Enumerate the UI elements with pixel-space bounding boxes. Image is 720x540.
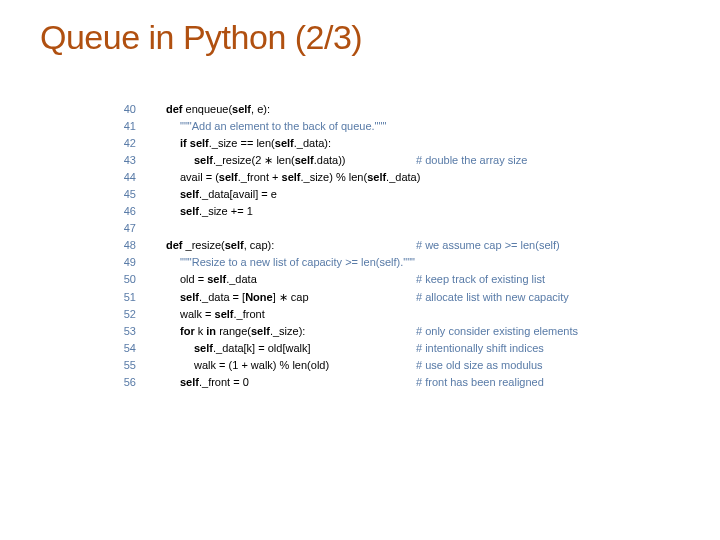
code-comment: # use old size as modulus bbox=[416, 357, 543, 374]
code-comment: # we assume cap >= len(self) bbox=[416, 237, 560, 254]
code-content: self._front = 0 bbox=[136, 374, 416, 391]
slide-container: Queue in Python (2/3) 40def enqueue(self… bbox=[0, 0, 720, 391]
code-block: 40def enqueue(self, e):41"""Add an eleme… bbox=[40, 101, 690, 391]
code-line: 45self._data[avail] = e bbox=[110, 186, 690, 203]
code-content: self._size += 1 bbox=[136, 203, 416, 220]
code-content: old = self._data bbox=[136, 271, 416, 288]
line-number: 44 bbox=[110, 169, 136, 186]
line-number: 47 bbox=[110, 220, 136, 237]
code-line: 44avail = (self._front + self._size) % l… bbox=[110, 169, 690, 186]
line-number: 56 bbox=[110, 374, 136, 391]
code-line: 56self._front = 0# front has been realig… bbox=[110, 374, 690, 391]
code-line: 43self._resize(2 ∗ len(self.data))# doub… bbox=[110, 152, 690, 169]
code-content: self._data = [None] ∗ cap bbox=[136, 289, 416, 306]
code-content: """Resize to a new list of capacity >= l… bbox=[136, 254, 416, 271]
code-line: 55walk = (1 + walk) % len(old)# use old … bbox=[110, 357, 690, 374]
code-content: self._data[avail] = e bbox=[136, 186, 416, 203]
line-number: 48 bbox=[110, 237, 136, 254]
code-line: 52walk = self._front bbox=[110, 306, 690, 323]
code-line: 41"""Add an element to the back of queue… bbox=[110, 118, 690, 135]
line-number: 51 bbox=[110, 289, 136, 306]
line-number: 46 bbox=[110, 203, 136, 220]
code-comment: # allocate list with new capacity bbox=[416, 289, 569, 306]
code-comment: # keep track of existing list bbox=[416, 271, 545, 288]
line-number: 41 bbox=[110, 118, 136, 135]
line-number: 54 bbox=[110, 340, 136, 357]
code-line: 53for k in range(self._size):# only cons… bbox=[110, 323, 690, 340]
code-comment: # double the array size bbox=[416, 152, 527, 169]
code-line: 42if self._size == len(self._data): bbox=[110, 135, 690, 152]
line-number: 49 bbox=[110, 254, 136, 271]
line-number: 40 bbox=[110, 101, 136, 118]
line-number: 50 bbox=[110, 271, 136, 288]
code-line: 46self._size += 1 bbox=[110, 203, 690, 220]
code-line: 47 bbox=[110, 220, 690, 237]
line-number: 55 bbox=[110, 357, 136, 374]
code-line: 40def enqueue(self, e): bbox=[110, 101, 690, 118]
line-number: 53 bbox=[110, 323, 136, 340]
code-comment: # intentionally shift indices bbox=[416, 340, 544, 357]
code-line: 50old = self._data# keep track of existi… bbox=[110, 271, 690, 288]
code-content: def _resize(self, cap): bbox=[136, 237, 416, 254]
code-line: 51self._data = [None] ∗ cap# allocate li… bbox=[110, 289, 690, 306]
code-content: if self._size == len(self._data): bbox=[136, 135, 416, 152]
code-content: self._data[k] = old[walk] bbox=[136, 340, 416, 357]
code-line: 54self._data[k] = old[walk]# intentional… bbox=[110, 340, 690, 357]
code-content: def enqueue(self, e): bbox=[136, 101, 416, 118]
code-content: """Add an element to the back of queue."… bbox=[136, 118, 416, 135]
code-content: self._resize(2 ∗ len(self.data)) bbox=[136, 152, 416, 169]
code-comment: # front has been realigned bbox=[416, 374, 544, 391]
line-number: 43 bbox=[110, 152, 136, 169]
code-content: walk = (1 + walk) % len(old) bbox=[136, 357, 416, 374]
code-comment: # only consider existing elements bbox=[416, 323, 578, 340]
slide-title: Queue in Python (2/3) bbox=[40, 18, 690, 57]
code-content: for k in range(self._size): bbox=[136, 323, 416, 340]
code-line: 49"""Resize to a new list of capacity >=… bbox=[110, 254, 690, 271]
line-number: 52 bbox=[110, 306, 136, 323]
code-content: avail = (self._front + self._size) % len… bbox=[136, 169, 416, 186]
code-line: 48def _resize(self, cap):# we assume cap… bbox=[110, 237, 690, 254]
line-number: 42 bbox=[110, 135, 136, 152]
line-number: 45 bbox=[110, 186, 136, 203]
code-content: walk = self._front bbox=[136, 306, 416, 323]
